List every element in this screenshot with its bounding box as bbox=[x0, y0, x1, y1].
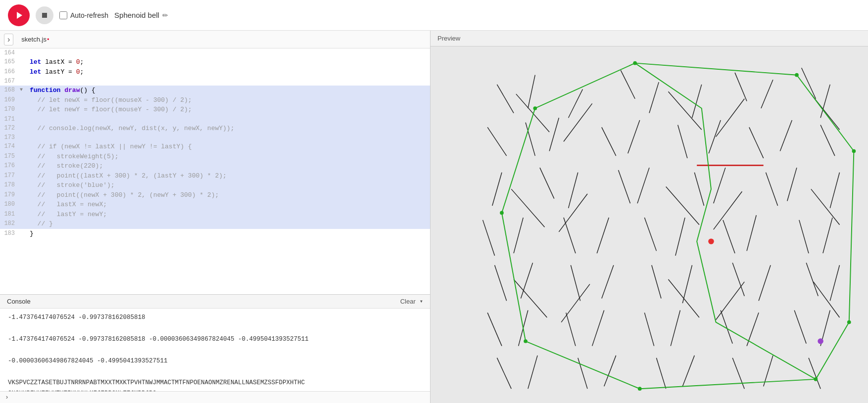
svg-rect-2 bbox=[440, 46, 859, 403]
svg-marker-0 bbox=[17, 12, 22, 19]
preview-header: Preview bbox=[431, 31, 868, 46]
clear-button[interactable]: Clear bbox=[400, 298, 416, 305]
table-row: 170 // let newY = floor((mouseY - 300) /… bbox=[0, 105, 430, 115]
table-row: 183 } bbox=[0, 229, 430, 239]
play-button[interactable] bbox=[8, 4, 30, 26]
green-dot bbox=[638, 387, 642, 391]
toolbar: Auto-refresh Sphenoid bell ✏ bbox=[0, 0, 868, 31]
purple-dot bbox=[818, 338, 823, 344]
table-row: 177 // point((lastX + 300) * 2, (lastY +… bbox=[0, 171, 430, 181]
table-row: 165 let lastX = 0; bbox=[0, 57, 430, 67]
auto-refresh-label[interactable]: Auto-refresh bbox=[59, 11, 108, 19]
console-controls: Clear ▾ bbox=[400, 298, 423, 305]
list-item bbox=[8, 345, 422, 355]
preview-panel: Preview bbox=[431, 31, 868, 403]
table-row: 174 // if (newX != lastX || newY != last… bbox=[0, 142, 430, 152]
list-item bbox=[8, 367, 422, 377]
table-row: 179 // point((newX + 300) * 2, (newY + 3… bbox=[0, 190, 430, 200]
table-row: 176 // stroke(220); bbox=[0, 161, 430, 171]
console-footer: › bbox=[0, 391, 430, 403]
tab-collapse-arrow[interactable]: › bbox=[4, 34, 13, 45]
left-panel: › sketch.js• 164 165 let lastX = 0; bbox=[0, 31, 431, 403]
console-expand-icon[interactable]: › bbox=[5, 394, 9, 401]
table-row: 175 // strokeWeight(5); bbox=[0, 152, 430, 162]
code-lines: 164 165 let lastX = 0; 166 let lastY = 0… bbox=[0, 48, 430, 238]
table-row: 168 ▼ function draw() { bbox=[0, 86, 430, 95]
console-panel: Console Clear ▾ -1.473764174076524 -0.99… bbox=[0, 294, 430, 403]
list-item: -1.473764174076524 -0.997378162085818 bbox=[8, 313, 422, 322]
green-dot bbox=[847, 320, 851, 324]
list-item: VKSPVCZZTASETBUJTNRRNPABTMXXTMXKTPVHTNWJ… bbox=[8, 378, 422, 388]
auto-refresh-checkbox[interactable] bbox=[59, 11, 67, 19]
svg-rect-1 bbox=[42, 13, 47, 18]
table-row: 169 // let newX = floor((mouseX - 300) /… bbox=[0, 95, 430, 105]
edit-sketch-name-icon[interactable]: ✏ bbox=[162, 11, 168, 19]
table-row: 167 bbox=[0, 77, 430, 86]
console-output: -1.473764174076524 -0.997378162085818 -1… bbox=[0, 309, 430, 391]
red-dot bbox=[708, 238, 714, 244]
table-row: 182 // } bbox=[0, 219, 430, 229]
green-dot bbox=[500, 211, 504, 215]
table-row: 181 // lastY = newY; bbox=[0, 210, 430, 220]
table-row: 164 bbox=[0, 48, 430, 57]
sketch-name-text: Sphenoid bell bbox=[114, 11, 159, 19]
list-item bbox=[8, 323, 422, 333]
table-row: 180 // lastX = newX; bbox=[0, 200, 430, 210]
table-row: 173 bbox=[0, 133, 430, 142]
console-title: Console bbox=[7, 298, 31, 305]
sketch-name: Sphenoid bell ✏ bbox=[114, 11, 168, 19]
preview-svg bbox=[431, 46, 868, 403]
green-dot bbox=[533, 106, 537, 110]
table-row: 166 let lastY = 0; bbox=[0, 67, 430, 77]
green-dot bbox=[852, 149, 856, 153]
green-dot bbox=[524, 339, 528, 343]
list-item: -1.473764174076524 -0.997378162085818 -0… bbox=[8, 334, 422, 344]
green-dot bbox=[795, 73, 799, 77]
preview-canvas bbox=[431, 46, 868, 403]
editor-tabbar: › sketch.js• bbox=[0, 31, 430, 48]
code-editor[interactable]: 164 165 let lastX = 0; 166 let lastY = 0… bbox=[0, 48, 430, 294]
console-header: Console Clear ▾ bbox=[0, 295, 430, 309]
main-area: › sketch.js• 164 165 let lastX = 0; bbox=[0, 31, 868, 403]
table-row: 178 // stroke('blue'); bbox=[0, 180, 430, 190]
stop-button[interactable] bbox=[36, 6, 53, 24]
table-row: 171 bbox=[0, 115, 430, 124]
list-item: -0.00003606349867824045 -0.4995041393527… bbox=[8, 356, 422, 366]
tab-filename: sketch.js• bbox=[17, 35, 53, 44]
chevron-down-icon[interactable]: ▾ bbox=[420, 298, 423, 305]
table-row: 172 // console.log(newX, newY, dist(x, y… bbox=[0, 124, 430, 134]
auto-refresh-text: Auto-refresh bbox=[70, 11, 108, 19]
